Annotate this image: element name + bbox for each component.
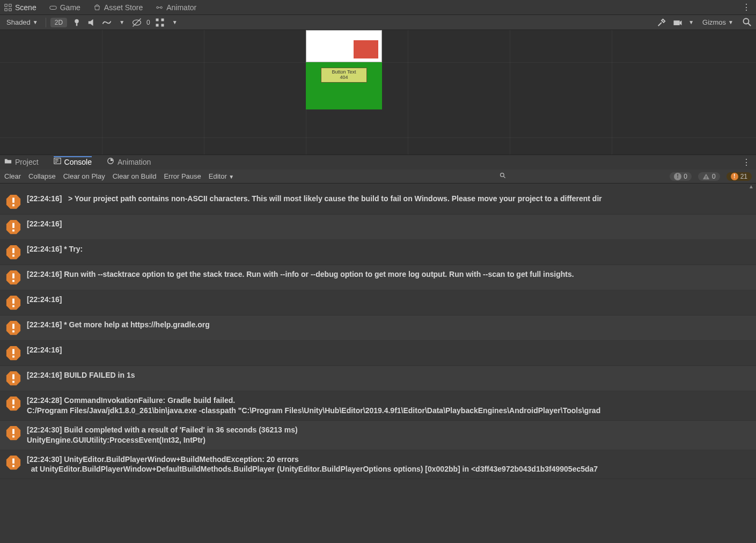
svg-rect-3 [9, 8, 11, 10]
console-log-entry[interactable]: [22:24:16] > Your project path contains … [0, 189, 756, 215]
tab-animator[interactable]: Animator [156, 3, 196, 12]
scene-button-label[interactable]: Button Text 404 [321, 68, 367, 83]
svg-rect-50 [12, 381, 14, 383]
tab-animation[interactable]: Animation [107, 157, 151, 167]
scene-icon [4, 4, 12, 11]
svg-rect-37 [12, 274, 14, 278]
log-message: [22:24:16] Run with --stacktrace option … [27, 269, 751, 280]
search-icon[interactable] [742, 17, 753, 28]
svg-rect-44 [12, 331, 14, 333]
log-message: [22:24:16] * Try: [27, 244, 751, 254]
svg-point-5 [157, 6, 159, 9]
svg-rect-52 [12, 400, 14, 405]
log-message: [22:24:30] UnityEditor.BuildPlayerWindow… [27, 454, 751, 475]
svg-rect-34 [12, 248, 14, 253]
lighting-toggle-icon[interactable] [71, 17, 82, 28]
console-log-entry[interactable]: [22:24:16] * Try: [0, 240, 756, 265]
panel-menu-icon[interactable]: ⋮ [742, 157, 751, 167]
console-search-icon[interactable] [500, 172, 507, 181]
tools-icon[interactable] [656, 17, 667, 28]
tab-scene[interactable]: Scene [4, 3, 36, 12]
error-count-toggle[interactable]: ! 21 [726, 172, 752, 181]
scene-panel-green[interactable]: Button Text 404 [306, 62, 382, 109]
clear-on-build-button[interactable]: Clear on Build [113, 172, 157, 180]
svg-rect-49 [12, 375, 14, 379]
svg-line-18 [748, 23, 751, 26]
error-octagon-icon [5, 370, 21, 386]
console-log-entry[interactable]: [22:24:30] UnityEditor.BuildPlayerWindow… [0, 450, 756, 480]
clear-button[interactable]: Clear [4, 172, 21, 180]
scroll-up-indicator: ▲ [0, 184, 756, 189]
error-octagon-icon [5, 425, 21, 441]
tab-console[interactable]: Console [54, 156, 92, 167]
info-count-toggle[interactable]: ! 0 [670, 172, 692, 181]
scene-object[interactable]: Button Text 404 [306, 30, 382, 109]
svg-rect-2 [5, 8, 7, 10]
error-octagon-icon [5, 219, 21, 235]
svg-rect-13 [161, 18, 164, 21]
camera-icon[interactable] [672, 17, 683, 28]
grid-line [0, 137, 756, 138]
console-log-entry[interactable]: [22:24:16] [0, 341, 756, 366]
asset-store-icon [93, 4, 101, 11]
tab-animation-label: Animation [118, 158, 151, 166]
info-count: 0 [684, 173, 687, 180]
fx-toggle-icon[interactable] [101, 17, 112, 28]
warn-count-toggle[interactable]: ! 0 [698, 172, 720, 181]
svg-rect-0 [5, 4, 7, 6]
folder-icon [4, 157, 12, 166]
panel-menu-icon[interactable]: ⋮ [742, 2, 751, 12]
error-octagon-icon [5, 194, 21, 210]
audio-toggle-icon[interactable] [86, 17, 97, 28]
collapse-button[interactable]: Collapse [28, 172, 56, 180]
grid-snap-icon[interactable] [155, 17, 165, 28]
console-log-entry[interactable]: [22:24:30] Build completed with a result… [0, 421, 756, 450]
svg-rect-29 [12, 204, 14, 207]
fx-dropdown-icon[interactable]: ▼ [116, 17, 127, 28]
svg-rect-14 [156, 24, 158, 26]
svg-rect-40 [12, 299, 14, 304]
svg-rect-16 [674, 20, 680, 25]
svg-point-8 [75, 19, 79, 23]
console-log-entry[interactable]: [22:24:16] Run with --stacktrace option … [0, 265, 756, 290]
svg-rect-35 [12, 255, 14, 257]
console-log-entry[interactable]: [22:24:16] * Get more help at https://he… [0, 315, 756, 341]
console-log-entry[interactable]: [22:24:16] BUILD FAILED in 1s [0, 366, 756, 391]
mode-2d-toggle[interactable]: 2D [50, 18, 67, 27]
editor-dropdown[interactable]: Editor ▼ [209, 172, 234, 180]
info-icon: ! [674, 173, 681, 180]
gizmos-dropdown[interactable]: Gizmos ▼ [699, 17, 737, 27]
svg-text:!: ! [706, 174, 707, 179]
error-octagon-icon [5, 295, 21, 311]
tab-project-label: Project [15, 158, 39, 166]
grid-line [102, 30, 102, 155]
hidden-objects-icon[interactable] [131, 17, 142, 28]
shading-label: Shaded [6, 18, 31, 26]
shading-dropdown[interactable]: Shaded ▼ [3, 17, 41, 27]
chevron-down-icon: ▼ [728, 19, 733, 25]
grid-dropdown-icon[interactable]: ▼ [170, 17, 180, 28]
scene-viewport[interactable]: Button Text 404 [0, 30, 756, 155]
log-message: [22:24:30] Build completed with a result… [27, 425, 751, 445]
grid-line [204, 30, 204, 155]
console-toolbar: Clear Collapse Clear on Play Clear on Bu… [0, 170, 756, 184]
error-pause-button[interactable]: Error Pause [164, 172, 201, 180]
error-octagon-icon [5, 395, 21, 412]
console-log-entry[interactable]: [22:24:16] [0, 290, 756, 315]
console-log-list[interactable]: ▲ [22:24:16] > Your project path contain… [0, 184, 756, 543]
scene-panel-red[interactable] [354, 40, 378, 58]
log-message: [22:24:16] [27, 295, 751, 305]
console-log-entry[interactable]: [22:24:16] [0, 215, 756, 240]
svg-rect-4 [50, 6, 56, 9]
error-octagon-icon [5, 345, 21, 361]
tab-asset-store-label: Asset Store [104, 3, 143, 12]
tab-game[interactable]: Game [49, 3, 80, 12]
scene-panel-white[interactable] [306, 30, 382, 62]
clear-on-play-button[interactable]: Clear on Play [63, 172, 105, 180]
svg-rect-28 [12, 198, 14, 203]
console-log-entry[interactable]: [22:24:28] CommandInvokationFailure: Gra… [0, 391, 756, 421]
tab-asset-store[interactable]: Asset Store [93, 3, 143, 12]
tab-project[interactable]: Project [4, 157, 39, 167]
log-message: [22:24:28] CommandInvokationFailure: Gra… [27, 395, 751, 416]
camera-dropdown-icon[interactable]: ▼ [688, 19, 694, 25]
